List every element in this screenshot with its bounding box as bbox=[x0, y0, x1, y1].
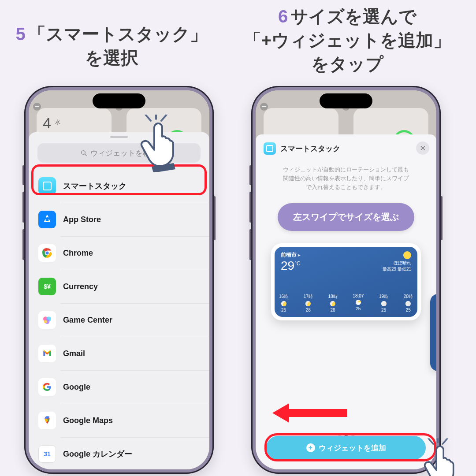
screen-right: スマートスタック ウィジェットが自動的にローテーションして最も 関連性の高い情報… bbox=[256, 90, 436, 469]
weather-widget: 前橋市 29°C ほぼ晴れ 最高29 最低21 16時25 17時28 18時2… bbox=[275, 247, 417, 317]
step5-title-l2: を選択 bbox=[85, 48, 138, 67]
sun-icon bbox=[305, 301, 311, 306]
remove-widget-icon[interactable] bbox=[342, 103, 350, 111]
add-widget-button[interactable]: + ウィジェットを追加 bbox=[266, 436, 426, 460]
list-item-label: スマートスタック bbox=[63, 181, 126, 191]
svg-point-0 bbox=[82, 150, 86, 154]
moon-icon bbox=[381, 301, 387, 306]
list-item-label: Gmail bbox=[63, 349, 85, 358]
appstore-icon bbox=[38, 211, 56, 228]
widget-picker-sheet: ウィジェットを検索 スマートスタック App Store Chrome $¥ bbox=[29, 132, 209, 469]
list-item-gmail[interactable]: Gmail bbox=[29, 337, 209, 370]
list-item-label: Chrome bbox=[63, 249, 93, 258]
next-widget-peek[interactable] bbox=[430, 294, 436, 371]
widget-preview-card[interactable]: 前橋市 29°C ほぼ晴れ 最高29 最低21 16時25 17時28 18時2… bbox=[271, 243, 421, 320]
add-widget-label: ウィジェットを追加 bbox=[319, 443, 386, 453]
list-item-label: App Store bbox=[63, 215, 101, 224]
tap-hand-icon bbox=[137, 115, 190, 172]
step5-number: 5 bbox=[15, 24, 25, 44]
sun-icon bbox=[281, 301, 286, 306]
sheet-grabber[interactable] bbox=[110, 136, 128, 138]
step6-title-l1: サイズを選んで bbox=[290, 7, 416, 26]
list-item-label: Google カレンダー bbox=[63, 449, 132, 459]
list-item-currency[interactable]: $¥ Currency bbox=[29, 270, 209, 303]
list-item-appstore[interactable]: App Store bbox=[29, 203, 209, 236]
list-item-label: Currency bbox=[63, 282, 98, 291]
currency-icon: $¥ bbox=[38, 278, 56, 295]
svg-point-8 bbox=[44, 320, 47, 323]
chrome-icon bbox=[38, 244, 56, 262]
tap-hand-icon bbox=[420, 439, 468, 476]
weather-condition: ほぼ晴れ bbox=[383, 260, 411, 266]
sunset-icon bbox=[356, 300, 361, 305]
sheet-description: ウィジェットが自動的にローテーションして最も 関連性の高い情報を表示したり、簡単… bbox=[264, 165, 428, 192]
list-item-label: Game Center bbox=[63, 316, 112, 325]
list-item-chrome[interactable]: Chrome bbox=[29, 236, 209, 270]
list-item-label: Google Maps bbox=[63, 416, 113, 425]
list-item-googlemaps[interactable]: Google Maps bbox=[29, 404, 209, 437]
googlecalendar-icon: 31 bbox=[38, 445, 56, 463]
gmail-icon bbox=[38, 345, 56, 362]
list-item-google[interactable]: Google bbox=[29, 370, 209, 404]
step6-heading: 6サイズを選んで 「+ウィジェットを追加」 をタップ bbox=[224, 4, 471, 76]
smartstack-icon bbox=[38, 177, 56, 195]
remove-widget-icon[interactable] bbox=[115, 103, 123, 111]
list-item-smartstack[interactable]: スマートスタック bbox=[29, 169, 209, 203]
step6-title-l2: 「+ウィジェットを追加」 bbox=[244, 30, 451, 50]
svg-line-15 bbox=[428, 439, 433, 444]
list-item-googlecalendar[interactable]: 31 Google カレンダー bbox=[29, 437, 209, 469]
googlemaps-icon bbox=[38, 412, 56, 429]
list-item-gamecenter[interactable]: Game Center bbox=[29, 303, 209, 337]
step6-title-l3: をタップ bbox=[311, 54, 383, 74]
swipe-arrow-icon bbox=[272, 403, 347, 423]
smartstack-detail-sheet: スマートスタック ウィジェットが自動的にローテーションして最も 関連性の高い情報… bbox=[256, 134, 436, 469]
phone-frame-right: スマートスタック ウィジェットが自動的にローテーションして最も 関連性の高い情報… bbox=[251, 86, 441, 474]
remove-widget-icon[interactable] bbox=[33, 103, 41, 111]
step5-title-l1: 「スマートスタック」 bbox=[28, 24, 208, 44]
svg-line-17 bbox=[443, 439, 447, 444]
step6-number: 6 bbox=[278, 7, 288, 26]
widget-app-list: スマートスタック App Store Chrome $¥ Currency Ga… bbox=[29, 169, 209, 469]
weather-hourly: 16時25 17時28 18時26 18:0725 19時25 20時25 bbox=[279, 294, 413, 312]
smartstack-icon bbox=[264, 142, 276, 155]
weather-hilo: 最高29 最低21 bbox=[383, 266, 411, 272]
svg-line-14 bbox=[161, 115, 167, 121]
list-item-label: Google bbox=[63, 383, 90, 392]
sheet-title: スマートスタック bbox=[280, 144, 340, 154]
search-icon bbox=[80, 149, 88, 157]
swipe-hint-bubble: 左スワイプでサイズを選ぶ bbox=[278, 203, 414, 231]
moon-icon bbox=[405, 301, 411, 306]
svg-line-12 bbox=[145, 115, 151, 121]
calendar-day: 4 bbox=[43, 115, 51, 132]
svg-line-1 bbox=[85, 154, 87, 156]
calendar-weekday: 水 bbox=[55, 119, 60, 126]
close-button[interactable] bbox=[416, 141, 429, 155]
remove-widget-icon[interactable] bbox=[260, 103, 268, 111]
google-icon bbox=[38, 378, 56, 396]
sun-icon bbox=[403, 251, 411, 259]
step5-heading: 5「スマートスタック」 を選択 bbox=[4, 22, 219, 70]
gamecenter-icon bbox=[38, 311, 56, 329]
sun-icon bbox=[330, 301, 335, 306]
plus-icon: + bbox=[306, 443, 315, 452]
